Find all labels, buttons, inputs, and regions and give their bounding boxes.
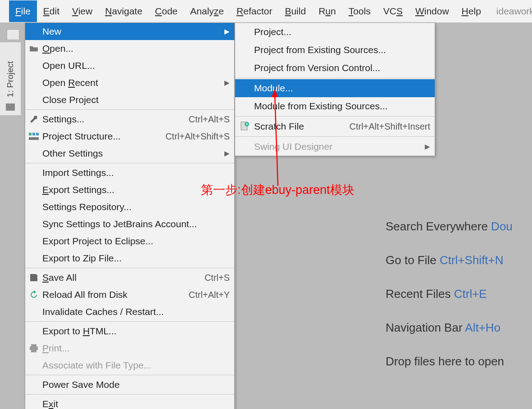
project-tool-button[interactable]: 1: Project (5, 58, 15, 100)
menu-export-zip[interactable]: Export to Zip File... (25, 250, 234, 267)
scratch-file-icon (240, 121, 250, 131)
separator (25, 375, 234, 375)
svg-rect-9 (31, 344, 36, 346)
project-structure-icon (29, 133, 39, 140)
separator (25, 109, 234, 110)
chevron-right-icon: ▶ (224, 27, 230, 36)
separator (25, 268, 234, 268)
menu-associate: Associate with File Type... (25, 357, 234, 374)
menu-file[interactable]: File (9, 0, 37, 22)
separator (235, 78, 435, 78)
svg-rect-8 (29, 137, 39, 140)
menu-help[interactable]: Help (455, 0, 487, 22)
menu-run[interactable]: Run (312, 0, 342, 22)
menu-view[interactable]: View (66, 0, 99, 22)
svg-rect-7 (36, 133, 39, 135)
submenu-project-existing[interactable]: Project from Existing Sources... (235, 41, 435, 59)
chevron-right-icon: ▶ (224, 79, 230, 87)
folder-icon (6, 103, 15, 111)
menu-window[interactable]: Window (409, 0, 455, 22)
menu-build[interactable]: Build (278, 0, 312, 22)
submenu-swing: Swing UI Designer▶ (235, 138, 435, 156)
annotation-text: 第一步:创建ebuy-parent模块 (201, 182, 355, 198)
svg-rect-6 (32, 133, 35, 135)
menu-analyze[interactable]: Analyze (184, 0, 230, 22)
separator (25, 163, 234, 163)
submenu-project[interactable]: Project... (235, 23, 435, 41)
menu-edit[interactable]: Edit (37, 0, 66, 22)
menu-navigate[interactable]: Navigate (99, 0, 149, 22)
menu-project-structure[interactable]: Project Structure...Ctrl+Alt+Shift+S (25, 128, 234, 145)
submenu-module[interactable]: Module... (235, 79, 435, 97)
separator (25, 394, 234, 395)
new-submenu: Project... Project from Existing Sources… (235, 22, 435, 156)
menu-settings[interactable]: Settings...Ctrl+Alt+S (25, 111, 234, 128)
tip-recent-files: Recent Files Ctrl+E (386, 287, 513, 301)
menu-open-recent[interactable]: Open Recent▶ (25, 74, 234, 91)
print-icon (29, 344, 38, 352)
submenu-project-vcs[interactable]: Project from Version Control... (235, 59, 435, 77)
svg-rect-5 (29, 133, 32, 135)
menu-exit[interactable]: Exit (25, 396, 234, 409)
welcome-tips: Search Everywhere Dou Go to File Ctrl+Sh… (386, 220, 513, 388)
main-menubar: File Edit View Navigate Code Analyze Ref… (0, 0, 532, 22)
menu-export-html[interactable]: Export to HTML... (25, 323, 234, 340)
menu-open[interactable]: Open... (25, 40, 234, 57)
menu-power-save[interactable]: Power Save Mode (25, 376, 234, 393)
separator (235, 116, 435, 117)
submenu-module-existing[interactable]: Module from Existing Sources... (235, 97, 435, 115)
menu-tools[interactable]: Tools (342, 0, 377, 22)
menu-save-all[interactable]: Save AllCtrl+S (25, 269, 234, 286)
tool-window-stripe: 1: Project (0, 42, 21, 115)
menu-vcs[interactable]: VCS (377, 0, 409, 22)
menu-invalidate[interactable]: Invalidate Caches / Restart... (25, 303, 234, 320)
separator (25, 321, 234, 322)
menu-reload[interactable]: Reload All from DiskCtrl+Alt+Y (25, 286, 234, 303)
tip-search-everywhere: Search Everywhere Dou (386, 220, 513, 234)
save-icon (29, 273, 38, 282)
tip-drop-files: Drop files here to open (386, 355, 513, 369)
project-name: ideawork (496, 6, 532, 17)
svg-rect-11 (31, 349, 36, 352)
tip-goto-file: Go to File Ctrl+Shift+N (386, 253, 513, 267)
menu-code[interactable]: Code (149, 0, 184, 22)
separator (235, 136, 435, 137)
submenu-scratch[interactable]: Scratch FileCtrl+Alt+Shift+Insert (235, 117, 435, 135)
menu-refactor[interactable]: Refactor (230, 0, 278, 22)
menu-import-settings[interactable]: Import Settings... (25, 164, 234, 181)
menu-export-eclipse[interactable]: Export Project to Eclipse... (25, 233, 234, 250)
menu-print: Print... (25, 340, 234, 357)
menu-sync-settings[interactable]: Sync Settings to JetBrains Account... (25, 216, 234, 233)
toolbar-toggle-icon[interactable] (7, 29, 19, 40)
folder-open-icon (29, 45, 39, 52)
wrench-icon (29, 115, 38, 124)
menu-close-project[interactable]: Close Project (25, 91, 234, 108)
reload-icon (29, 290, 38, 299)
chevron-right-icon: ▶ (425, 143, 430, 151)
menu-settings-repo[interactable]: Settings Repository... (25, 198, 234, 216)
menu-new[interactable]: New▶ (25, 23, 234, 40)
menu-other-settings[interactable]: Other Settings▶ (25, 145, 234, 162)
file-dropdown-menu: New▶ Open... Open URL... Open Recent▶ Cl… (25, 22, 235, 409)
tip-nav-bar: Navigation Bar Alt+Ho (386, 321, 513, 335)
chevron-right-icon: ▶ (224, 149, 230, 157)
menu-open-url[interactable]: Open URL... (25, 57, 234, 74)
